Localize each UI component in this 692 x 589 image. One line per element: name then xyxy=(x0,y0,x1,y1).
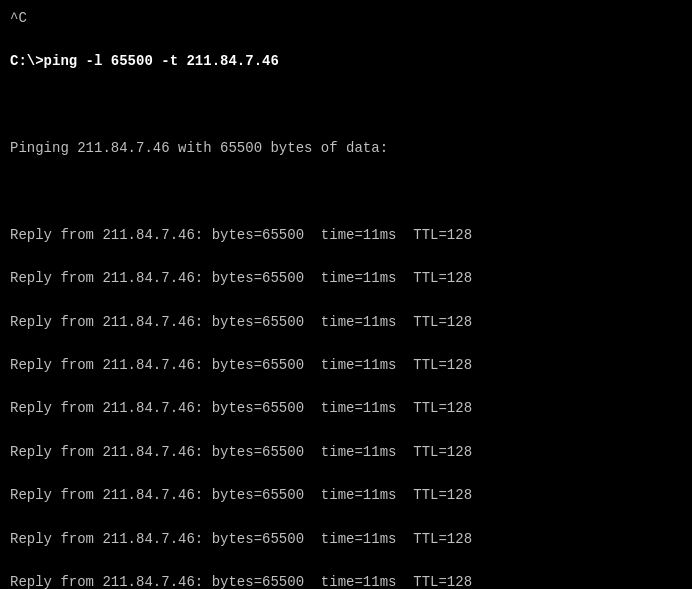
reply-line-5: Reply from 211.84.7.46: bytes=65500 time… xyxy=(10,398,682,420)
reply-line-1: Reply from 211.84.7.46: bytes=65500 time… xyxy=(10,225,682,247)
empty-line-1 xyxy=(10,95,682,117)
empty-line-2 xyxy=(10,182,682,204)
reply-line-7: Reply from 211.84.7.46: bytes=65500 time… xyxy=(10,485,682,507)
reply-line-8: Reply from 211.84.7.46: bytes=65500 time… xyxy=(10,529,682,551)
command-line: C:\>ping -l 65500 -t 211.84.7.46 xyxy=(10,51,682,73)
reply-line-3: Reply from 211.84.7.46: bytes=65500 time… xyxy=(10,312,682,334)
pinging-line: Pinging 211.84.7.46 with 65500 bytes of … xyxy=(10,138,682,160)
terminal-window: ^C C:\>ping -l 65500 -t 211.84.7.46 Ping… xyxy=(0,0,692,589)
ctrl-c-top-line: ^C xyxy=(10,8,682,30)
reply-line-9: Reply from 211.84.7.46: bytes=65500 time… xyxy=(10,572,682,589)
reply-line-6: Reply from 211.84.7.46: bytes=65500 time… xyxy=(10,442,682,464)
reply-line-2: Reply from 211.84.7.46: bytes=65500 time… xyxy=(10,268,682,290)
reply-line-4: Reply from 211.84.7.46: bytes=65500 time… xyxy=(10,355,682,377)
